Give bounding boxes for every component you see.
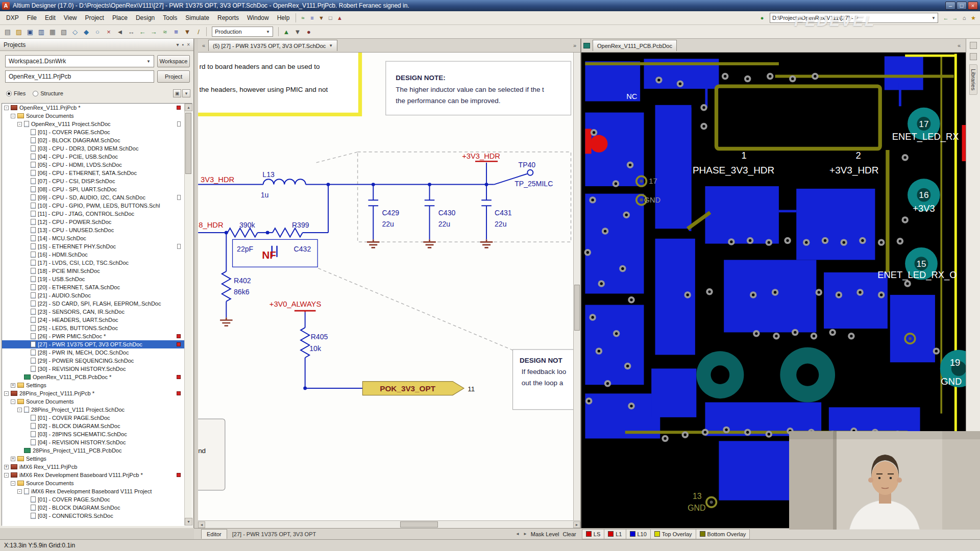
annotate-icon[interactable]: / (193, 26, 204, 37)
tree-row[interactable]: 28Pins_Project_V111_PCB.PcbDoc (2, 446, 192, 455)
tree-row[interactable]: [05] - CPU - HDMI, LVDS.SchDoc (2, 161, 192, 169)
power-port-icon[interactable]: ▲ (335, 12, 344, 23)
editor-tab[interactable]: Editor (201, 529, 227, 539)
tree-row[interactable]: [14] - MCU.SchDoc (2, 234, 192, 242)
tree-row[interactable]: [01] - COVER PAGE.SchDoc (2, 414, 192, 422)
production-combo[interactable]: Production ▼ (212, 27, 273, 37)
chevron-down-icon[interactable]: ▼ (932, 16, 936, 20)
panel-options-icon[interactable]: ▣ (173, 89, 181, 97)
tree-row[interactable]: [26] - PWR PMIC.SchDoc * (2, 332, 192, 340)
layer-tab-ls[interactable]: LS (582, 529, 604, 539)
menu-item-view[interactable]: View (60, 12, 81, 23)
tree-row[interactable]: [10] - CPU - GPIO, PWM, LEDS, BUTTONS.Sc… (2, 202, 192, 210)
redo-icon[interactable]: → (148, 26, 159, 37)
bus-mode-icon[interactable]: ≡ (307, 12, 316, 23)
tree-row[interactable]: [21] - AUDIO.SchDoc (2, 291, 192, 299)
menu-item-simulate[interactable]: Simulate (181, 12, 213, 23)
tree-row[interactable]: [16] - HDMI.SchDoc (2, 251, 192, 259)
document-path-combo[interactable]: D:\Projects\OpenRex\V111\[27] - P ▼ (770, 13, 938, 23)
tree-row[interactable]: [08] - CPU - SPI, UART.SchDoc (2, 185, 192, 193)
tree-row[interactable]: -OpenRex_V111.PrjPcb * (2, 104, 192, 112)
scroll-tabs-left-icon[interactable]: « (199, 40, 208, 51)
tree-row[interactable]: [03] - CPU - DDR3, DDR3 MEM.SchDoc (2, 144, 192, 153)
close-icon[interactable]: × (187, 42, 190, 47)
schematic-editor[interactable]: rd to board headers and can be used to t… (198, 53, 580, 528)
tree-row[interactable]: [01] - COVER PAGE.SchDoc (2, 128, 192, 136)
tree-expander-icon[interactable]: - (11, 399, 15, 404)
menu-item-project[interactable]: Project (81, 12, 108, 23)
home-icon[interactable]: ⌂ (960, 12, 969, 23)
tree-expander-icon[interactable]: - (11, 481, 15, 486)
print-preview-icon[interactable]: ▧ (58, 26, 69, 37)
tree-row[interactable]: -Source Documents (2, 479, 192, 487)
schematic-canvas[interactable]: rd to board headers and can be used to t… (198, 53, 580, 528)
panel-splitter[interactable] (194, 39, 198, 528)
tree-row[interactable]: [02] - BLOCK DIAGRAM.SchDoc (2, 504, 192, 512)
tree-row[interactable]: [04] - REVISION HISTORY.SchDoc (2, 438, 192, 446)
menu-item-place[interactable]: Place (108, 12, 132, 23)
tree-expander-icon[interactable]: - (17, 408, 22, 412)
tree-row[interactable]: [30] - REVISION HISTORY.SchDoc (2, 365, 192, 373)
wire-mode-icon[interactable]: ≈ (298, 12, 307, 23)
chevron-down-icon[interactable]: ▾ (182, 89, 190, 97)
save-all-icon[interactable]: ▥ (36, 26, 47, 37)
chevron-down-icon[interactable]: ▼ (329, 43, 333, 48)
project-button[interactable]: Project (157, 70, 190, 83)
chevron-down-icon[interactable]: ▼ (146, 59, 151, 64)
schematic-document-tab[interactable]: (5) [27] - PWR 1V375 OPT, 3V3 OPT.SchDoc… (208, 40, 337, 51)
chevron-down-icon[interactable]: ▾ (177, 42, 179, 47)
tree-row[interactable]: +Settings (2, 455, 192, 463)
menu-item-reports[interactable]: Reports (213, 12, 243, 23)
tree-row[interactable]: [07] - CPU - CSI, DISP.SchDoc (2, 177, 192, 185)
tree-row[interactable]: -28Pins_Project_V111.PrjPcb * (2, 389, 192, 397)
storage-icon[interactable]: ▼ (292, 26, 303, 37)
tree-row[interactable]: [09] - CPU - SD, AUDIO, I2C, CAN.SchDoc (2, 193, 192, 202)
tree-row[interactable]: +iMX6 Rex_V111.PrjPcb (2, 463, 192, 471)
tree-row[interactable]: [04] - CPU - PCIE, USB.SchDoc (2, 153, 192, 161)
scroll-tabs-right-icon[interactable]: » (570, 40, 579, 51)
zoom-selection-icon[interactable]: ○ (92, 26, 103, 37)
chevron-down-icon[interactable]: ▼ (266, 30, 270, 34)
tree-expander-icon[interactable]: - (17, 122, 22, 127)
tree-expander-icon[interactable]: - (11, 114, 15, 118)
workspace-button[interactable]: Workspace (157, 55, 190, 67)
scrollbar-thumb[interactable] (574, 285, 580, 331)
tree-row[interactable]: [22] - SD CARD, SPI, FLASH, EEPROM,.SchD… (2, 299, 192, 308)
tree-expander-icon[interactable]: + (11, 457, 15, 461)
tree-row[interactable]: -iMX6 Rex Development Baseboard V111 Pro… (2, 487, 192, 495)
tree-row[interactable]: [06] - CPU - ETHERNET, SATA.SchDoc (2, 169, 192, 177)
pin-icon[interactable]: ▪ (182, 42, 184, 47)
release-icon[interactable]: ▲ (281, 26, 292, 37)
tree-row[interactable]: [02] - BLOCK DIAGRAM.SchDoc (2, 136, 192, 144)
scroll-up-icon[interactable]: ▲ (185, 104, 192, 111)
panel-icon[interactable] (970, 53, 977, 60)
tree-row[interactable]: [27] - PWR 1V375 OPT, 3V3 OPT.SchDoc (2, 340, 192, 348)
tree-row[interactable]: [02] - BLOCK DIAGRAM.SchDoc (2, 422, 192, 430)
tree-row[interactable]: [29] - POWER SEQUENCING.SchDoc (2, 357, 192, 365)
tree-row[interactable]: [18] - PCIE MINI.SchDoc (2, 267, 192, 275)
zoom-fit-icon[interactable]: ◇ (69, 26, 81, 37)
forward-icon[interactable]: → (950, 12, 960, 23)
tree-row[interactable]: [24] - HEADERS, UART.SchDoc (2, 316, 192, 324)
tree-row[interactable]: [23] - SENSORS, CAN, IR.SchDoc (2, 308, 192, 316)
menu-item-tools[interactable]: Tools (159, 12, 181, 23)
scroll-tabs-left-icon[interactable]: « (954, 40, 964, 51)
tree-row[interactable]: [15] - ETHERNET PHY.SchDoc (2, 242, 192, 251)
tree-row[interactable]: [03] - 28PINS SCHEMATIC.SchDoc (2, 430, 192, 438)
workspace-select[interactable]: Workspace1.DsnWrk ▼ (5, 55, 154, 67)
print-icon[interactable]: ▦ (47, 26, 58, 37)
tree-row[interactable]: [01] - COVER PAGE.SchDoc (2, 495, 192, 504)
tree-row[interactable]: -OpenRex_V111 Project.SchDoc (2, 120, 192, 128)
tree-row[interactable]: [28] - PWR IN, MECH, DOC.SchDoc (2, 348, 192, 357)
tree-row[interactable]: [25] - LEDS, BUTTONS.SchDoc (2, 324, 192, 332)
panel-icon[interactable] (970, 42, 977, 49)
menu-item-edit[interactable]: Edit (41, 12, 60, 23)
horizontal-scrollbar[interactable]: ◄ ► (198, 520, 580, 528)
menu-item-file[interactable]: File (23, 12, 41, 23)
tree-row[interactable]: -iMX6 Rex Development Baseboard V111.Prj… (2, 471, 192, 479)
tree-scrollbar[interactable]: ▲ ▼ (184, 104, 192, 525)
scrollbar-thumb[interactable] (185, 113, 191, 174)
structure-radio[interactable] (33, 91, 38, 96)
save-icon[interactable]: ▣ (24, 26, 36, 37)
tree-row[interactable]: -Source Documents (2, 397, 192, 406)
